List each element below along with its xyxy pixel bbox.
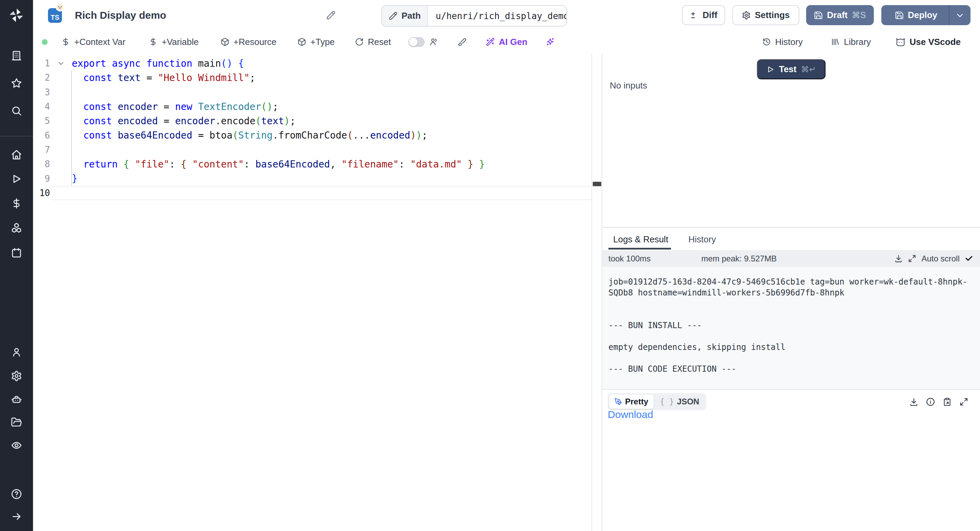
play-icon	[766, 65, 775, 73]
play-icon[interactable]	[11, 173, 22, 185]
result-download-link[interactable]: Download	[608, 409, 653, 420]
indent-guide	[71, 70, 72, 185]
expand-logs-icon[interactable]	[908, 254, 916, 263]
edit-summary-pencil-icon[interactable]	[326, 11, 336, 20]
folder-open-icon[interactable]	[11, 417, 22, 428]
windmill-logo-icon[interactable]	[9, 8, 24, 23]
user-icon[interactable]	[11, 346, 22, 358]
test-run-button[interactable]: Test ⌘↵	[757, 59, 826, 79]
tab-logs-and-result[interactable]: Logs & Result	[613, 228, 668, 251]
multiplayer-button[interactable]	[430, 30, 438, 53]
users-icon	[430, 37, 438, 46]
test-shortcut: ⌘↵	[801, 65, 816, 74]
dollar-icon	[61, 37, 70, 46]
calendar-icon[interactable]	[11, 247, 22, 258]
status-dot	[42, 39, 48, 45]
help-circle-icon[interactable]	[11, 488, 22, 500]
log-line	[608, 298, 974, 309]
download-result-icon[interactable]	[909, 397, 918, 407]
code-line-6[interactable]: 6 const base64Encoded = btoa(String.from…	[33, 128, 592, 142]
package-icon	[298, 37, 306, 46]
add-context-var-button[interactable]: +Context Var	[61, 30, 126, 53]
code-text: return { "file": { "content": base64Enco…	[72, 159, 485, 170]
library-button[interactable]: Library	[831, 30, 871, 53]
log-output[interactable]: job=01912d75-163d-8204-47c9-5469c516cb1e…	[602, 267, 980, 389]
download-logs-icon[interactable]	[894, 254, 903, 263]
auto-scroll-label[interactable]: Auto scroll	[921, 254, 959, 263]
editor-toolbar: +Context Var +Variable +Resource +Type R…	[33, 30, 980, 53]
diff-button[interactable]: Diff	[682, 5, 725, 25]
log-line: --- BUN INSTALL ---	[608, 320, 974, 331]
log-line: job=01912d75-163d-8204-47c9-5469c516cb1e…	[608, 276, 974, 287]
collab-toggle[interactable]	[408, 30, 425, 53]
draft-save-button[interactable]: Draft ⌘S	[806, 5, 874, 25]
home-icon[interactable]	[11, 149, 22, 160]
gear-icon[interactable]	[11, 370, 22, 381]
path-button[interactable]: Path u/henri/rich_display_demo	[381, 5, 567, 27]
line-number: 1	[33, 58, 50, 69]
reset-button[interactable]: Reset	[355, 30, 391, 53]
path-value: u/henri/rich_display_demo	[428, 6, 567, 26]
dollar-icon[interactable]	[11, 198, 22, 209]
toggle-switch[interactable]	[408, 37, 425, 47]
search-icon[interactable]	[11, 105, 22, 116]
json-view-button[interactable]: { } JSON	[654, 394, 705, 409]
run-duration: took 100ms	[608, 254, 651, 263]
cubes-icon[interactable]	[11, 222, 22, 233]
code-line-4[interactable]: 4 const encoder = new TextEncoder();	[33, 99, 592, 114]
log-line	[608, 352, 974, 364]
robot-icon[interactable]	[11, 394, 22, 405]
sidebar-divider	[0, 136, 33, 137]
code-line-5[interactable]: 5 const encoded = encoder.encode(text);	[33, 114, 592, 128]
dollar-icon	[149, 37, 158, 46]
add-type-button[interactable]: +Type	[298, 30, 335, 53]
history-button[interactable]: History	[762, 30, 803, 53]
log-line	[608, 309, 974, 320]
pretty-view-button[interactable]: Pretty	[609, 394, 654, 409]
ai-gen-button[interactable]: AI Gen	[486, 30, 527, 53]
save-icon	[814, 11, 823, 20]
braces-icon: { }	[660, 397, 674, 406]
check-icon[interactable]	[965, 254, 973, 263]
deploy-button[interactable]: Deploy	[881, 5, 970, 25]
code-line-9[interactable]: 9}	[33, 171, 592, 185]
info-icon[interactable]	[926, 397, 935, 407]
sparkles-icon	[546, 37, 555, 46]
windmill-script-editor: TS Rich Display demo Path u/henri/rich_d…	[0, 0, 980, 531]
add-resource-button[interactable]: +Resource	[221, 30, 276, 53]
use-vscode-button[interactable]: Use VScode	[896, 30, 961, 53]
code-line-8[interactable]: 8 return { "file": { "content": base64En…	[33, 157, 592, 171]
eye-icon[interactable]	[11, 440, 22, 451]
code-editor[interactable]: 1export async function main() {2 const t…	[33, 53, 601, 531]
code-text: const encoder = new TextEncoder();	[72, 101, 278, 112]
code-line-1[interactable]: 1export async function main() {	[33, 56, 592, 70]
arrow-right-icon[interactable]	[11, 511, 22, 522]
bun-runtime-icon	[56, 3, 64, 11]
library-icon	[831, 37, 840, 46]
building-icon[interactable]	[11, 50, 22, 61]
no-inputs-label: No inputs	[610, 80, 647, 91]
tab-history[interactable]: History	[688, 228, 716, 251]
code-line-3[interactable]: 3	[33, 85, 592, 99]
deploy-dropdown-button[interactable]	[949, 5, 970, 25]
code-line-10[interactable]: 10	[33, 186, 592, 200]
code-text: const encoded = encoder.encode(text);	[72, 115, 296, 127]
line-number: 4	[33, 101, 50, 112]
star-icon[interactable]	[11, 78, 22, 89]
code-text: }	[72, 173, 78, 184]
code-line-2[interactable]: 2 const text = "Hello Windmill";	[33, 70, 592, 85]
code-text: const base64Encoded = btoa(String.fromCh…	[72, 130, 427, 141]
settings-button[interactable]: Settings	[732, 5, 799, 25]
result-section: Pretty { } JSON Download	[602, 389, 980, 531]
copy-result-icon[interactable]	[943, 397, 952, 407]
save-icon	[895, 11, 904, 20]
expand-result-icon[interactable]	[959, 397, 969, 407]
brush-icon	[458, 37, 466, 46]
editor-scrollbar[interactable]	[592, 53, 601, 531]
inputs-section: Test ⌘↵ No inputs	[602, 53, 980, 227]
format-brush-button[interactable]	[458, 30, 466, 53]
fold-chevron-icon[interactable]	[50, 59, 72, 67]
add-variable-button[interactable]: +Variable	[149, 30, 199, 53]
code-line-7[interactable]: 7	[33, 143, 592, 157]
ai-sparkles-button[interactable]	[546, 30, 555, 53]
